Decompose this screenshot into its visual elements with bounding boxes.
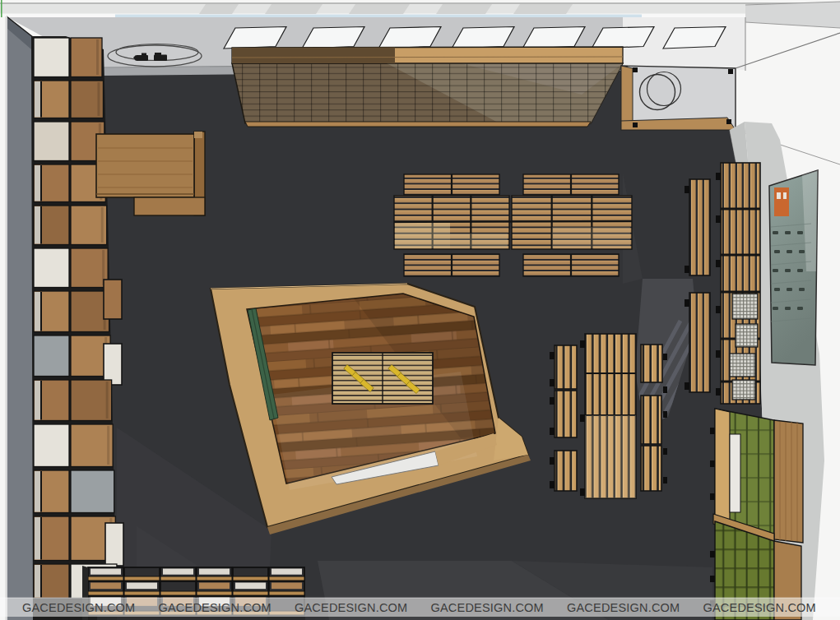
svg-text:GACEDESIGN.COM: GACEDESIGN.COM (431, 601, 544, 614)
svg-text:GACEDESIGN.COM: GACEDESIGN.COM (159, 601, 271, 614)
svg-text:GACEDESIGN.COM: GACEDESIGN.COM (567, 601, 680, 614)
svg-text:GACEDESIGN.COM: GACEDESIGN.COM (703, 601, 816, 614)
svg-text:GACEDESIGN.COM: GACEDESIGN.COM (22, 601, 135, 614)
svg-text:GACEDESIGN.COM: GACEDESIGN.COM (295, 601, 407, 614)
